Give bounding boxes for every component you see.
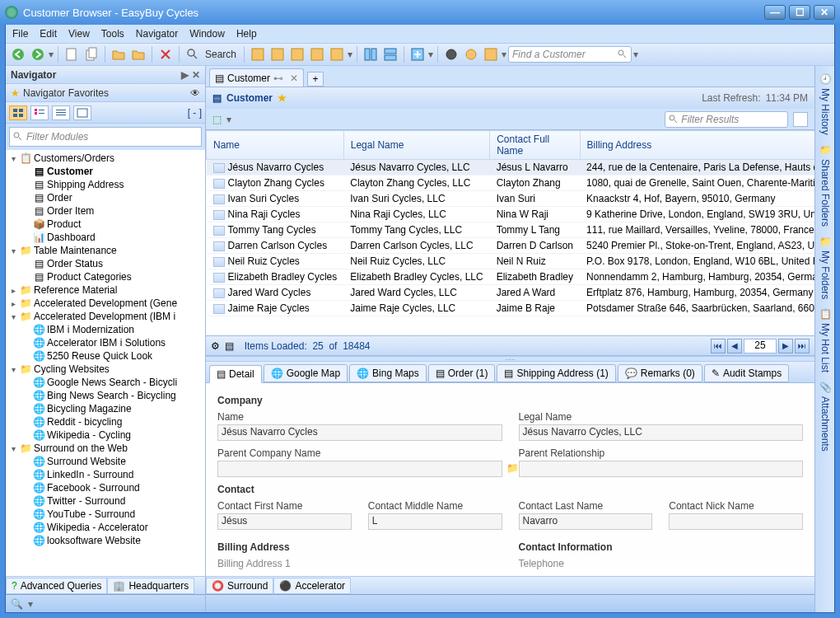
column-header[interactable]: Legal Name [343, 131, 489, 160]
field-contact-first[interactable]: Jésus [217, 513, 352, 530]
find-customer-input[interactable]: Find a Customer [508, 46, 632, 63]
page-size-input[interactable]: 25 [744, 339, 777, 353]
table-row[interactable]: Darren Carlson CyclesDarren Carlson Cycl… [207, 238, 815, 254]
table-cell[interactable]: 5240 Premier Pl., Stoke-on-Trent, Englan… [580, 238, 814, 254]
magnifier-icon[interactable]: 🔍 [11, 598, 23, 610]
rail-attachments[interactable]: 📎Attachments [819, 377, 831, 455]
table-cell[interactable]: Jésus Navarro Cycles [207, 160, 344, 176]
column-chooser-icon[interactable] [793, 112, 808, 127]
tool-icon-1[interactable] [249, 45, 267, 63]
table-cell[interactable]: Tommy L Tang [490, 222, 580, 238]
tree-item-bing-news[interactable]: 🌐Bing News Search - Bicycling [22, 389, 205, 402]
detail-tab-order[interactable]: ▤Order (1) [428, 364, 496, 382]
field-contact-middle[interactable]: L [368, 513, 502, 530]
tool-icon-5[interactable] [328, 45, 346, 63]
table-cell[interactable]: Clayton Zhang [490, 176, 580, 191]
tool-icon-4[interactable] [308, 45, 326, 63]
tab-customer[interactable]: ▤ Customer ⊷ ✕ [209, 68, 304, 87]
nav-right-icon[interactable]: ▶ [181, 69, 189, 81]
table-row[interactable]: Elizabeth Bradley CyclesElizabeth Bradle… [207, 269, 815, 285]
gear-icon[interactable]: ⚙ [211, 340, 220, 352]
table-cell[interactable]: Darren Carlson Cycles [207, 238, 344, 254]
tree-item-linkedin[interactable]: 🌐LinkedIn - Surround [22, 468, 205, 481]
menu-navigator[interactable]: Navigator [136, 28, 178, 40]
close-tab-icon[interactable]: ✕ [290, 73, 298, 84]
minimize-button[interactable]: — [764, 5, 786, 20]
tree-item-order-status[interactable]: ▤Order Status [22, 257, 205, 270]
tree-item-bicycling-mag[interactable]: 🌐Bicycling Magazine [22, 402, 205, 415]
rail-shared-folders[interactable]: 📁Shared Folders [819, 140, 831, 230]
table-cell[interactable]: Jared A Ward [490, 285, 580, 301]
table-cell[interactable]: Darren D Carlson [490, 238, 580, 254]
folder-icon[interactable] [129, 45, 147, 63]
dropdown-icon[interactable]: ▾ [348, 49, 352, 60]
table-cell[interactable]: Jaime Raje Cycles [207, 301, 344, 316]
eye-icon[interactable]: 👁 [190, 87, 200, 99]
tree-item-cycling-websites[interactable]: ▾📁Cycling Websites [9, 363, 205, 376]
table-cell[interactable]: Nina W Raji [490, 207, 580, 222]
menu-edit[interactable]: Edit [40, 28, 57, 40]
menu-help[interactable]: Help [236, 28, 257, 40]
menu-tools[interactable]: Tools [101, 28, 124, 40]
table-row[interactable]: Nina Raji CyclesNina Raji Cycles, LLCNin… [207, 207, 815, 222]
table-cell[interactable]: Jaime B Raje [490, 301, 580, 316]
back-button[interactable] [9, 45, 27, 63]
table-cell[interactable]: Neil Ruiz Cycles [207, 254, 344, 269]
table-cell[interactable]: Nina Raji Cycles [207, 207, 344, 222]
view-card-button[interactable] [73, 105, 91, 120]
menu-view[interactable]: View [68, 28, 90, 40]
detail-tab-audit[interactable]: ✎Audit Stamps [704, 364, 789, 382]
prev-page-button[interactable]: ◀ [727, 339, 742, 353]
table-row[interactable]: Ivan Suri CyclesIvan Suri Cycles, LLCIva… [207, 191, 815, 207]
tree-item-product-categories[interactable]: ▤Product Categories [22, 270, 205, 283]
tool-icon-2[interactable] [268, 45, 287, 63]
dropdown-icon[interactable]: ▾ [633, 49, 638, 60]
field-contact-nick[interactable] [669, 513, 803, 530]
filter-modules-input[interactable]: Filter Modules [9, 127, 202, 147]
table-cell[interactable]: Ivan Suri Cycles, LLC [343, 191, 489, 207]
table-row[interactable]: Jésus Navarro CyclesJésus Navarro Cycles… [207, 160, 815, 176]
view-detail-button[interactable] [52, 105, 70, 120]
tab-accelerator[interactable]: ⚫Accelerator [273, 578, 351, 594]
table-row[interactable]: Tommy Tang CyclesTommy Tang Cycles, LLCT… [207, 222, 815, 238]
tree-item-surround-web[interactable]: ▾📁Surround on the Web [9, 442, 205, 455]
clock-icon[interactable] [462, 45, 480, 63]
search-icon[interactable] [184, 45, 202, 63]
detail-tab-bing-maps[interactable]: 🌐Bing Maps [349, 364, 427, 382]
table-cell[interactable]: Clayton Zhang Cycles, LLC [343, 176, 489, 191]
field-parent-company[interactable] [217, 461, 502, 477]
tree-item-table-maintenance[interactable]: ▾📁Table Maintenance [9, 244, 205, 257]
tree-item-reference-material[interactable]: ▸📁Reference Material [9, 283, 205, 297]
field-legal-name[interactable]: Jésus Navarro Cycles, LLC [519, 424, 804, 441]
table-cell[interactable]: Darren Carlson Cycles, LLC [343, 238, 489, 254]
table-cell[interactable]: Jésus L Navarro [490, 160, 580, 176]
menu-window[interactable]: Window [189, 28, 225, 40]
dropdown-icon[interactable]: ▾ [28, 598, 33, 610]
layout-icon-2[interactable] [381, 45, 399, 63]
detail-tab-detail[interactable]: ▤Detail [209, 365, 262, 383]
nav-close-icon[interactable]: ✕ [192, 69, 200, 81]
table-cell[interactable]: P.O. Box 9178, London, England, W10 6BL,… [580, 254, 814, 269]
rail-my-hot-list[interactable]: 📋My Hot List [819, 304, 831, 376]
column-header[interactable]: Name [207, 131, 344, 160]
tree-item-dashboard[interactable]: 📊Dashboard [22, 231, 205, 244]
table-cell[interactable]: Elizabeth Bradley [490, 269, 580, 285]
table-cell[interactable]: Jaime Raje Cycles, LLC [343, 301, 489, 316]
layout-icon-1[interactable] [362, 45, 380, 63]
table-cell[interactable]: 111, rue Maillard, Versailles, Yveline, … [580, 222, 814, 238]
maximize-button[interactable]: ☐ [789, 5, 810, 20]
tree-item-reddit[interactable]: 🌐Reddit - bicycling [22, 415, 205, 428]
dropdown-icon[interactable]: ▾ [502, 49, 506, 60]
tree-item-accel-ibmi[interactable]: ▾📁Accelerated Development (IBM i [9, 310, 205, 323]
tree-item-order-item[interactable]: ▤Order Item [22, 204, 205, 218]
tab-headquarters[interactable]: 🏢Headquarters [107, 578, 194, 594]
last-page-button[interactable]: ⏭ [795, 339, 810, 353]
detail-tab-google-map[interactable]: 🌐Google Map [264, 364, 348, 382]
detail-tab-remarks[interactable]: 💬Remarks (0) [618, 364, 702, 382]
tree-item-youtube[interactable]: 🌐YouTube - Surround [22, 508, 205, 521]
tag-icon[interactable] [482, 45, 500, 63]
tree-item-shipping-address[interactable]: ▤Shipping Address [22, 178, 205, 191]
excel-icon[interactable]: ⬚ [212, 114, 222, 125]
table-cell[interactable]: Clayton Zhang Cycles [207, 176, 344, 191]
copy-icon[interactable] [82, 45, 100, 63]
